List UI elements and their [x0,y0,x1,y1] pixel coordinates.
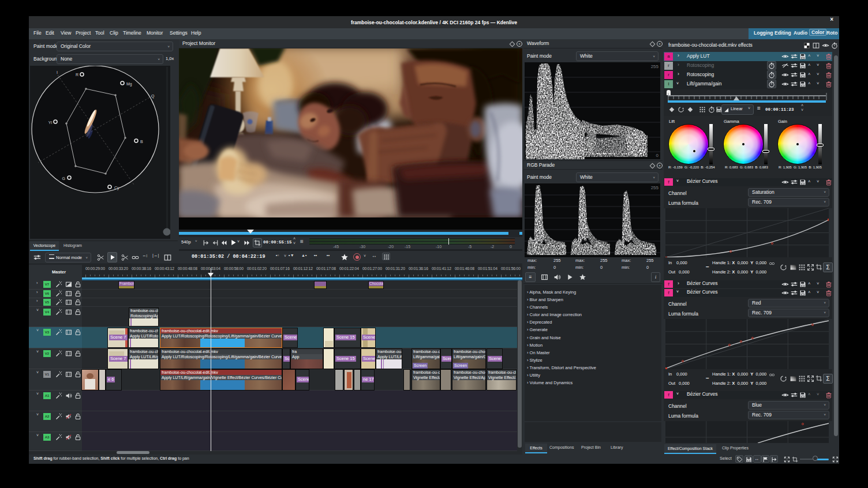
svg-text:Mg: Mg [126,82,132,87]
svg-text:Cy: Cy [114,186,119,190]
svg-text:Q: Q [151,94,155,99]
svg-text:Yl: Yl [48,121,53,125]
svg-text:R: R [76,73,78,77]
svg-text:G: G [62,177,65,181]
svg-text:255: 255 [651,64,659,69]
svg-text:I: I [57,70,58,74]
svg-text:255: 255 [651,185,659,190]
svg-text:0: 0 [656,153,659,158]
svg-text:B: B [140,140,143,144]
